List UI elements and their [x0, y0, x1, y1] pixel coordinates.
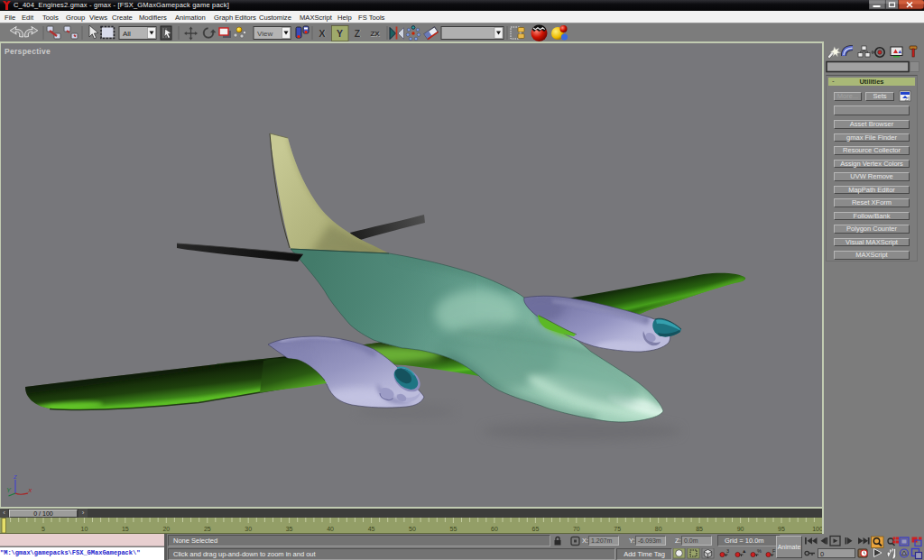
svg-text:70: 70 [573, 526, 580, 532]
svg-text:x: x [28, 486, 32, 494]
svg-text:55: 55 [450, 526, 457, 532]
svg-text:Z: Z [355, 28, 361, 39]
svg-text:25: 25 [204, 526, 211, 532]
svg-text:95: 95 [778, 526, 785, 532]
svg-text:40: 40 [327, 526, 334, 532]
svg-text:35: 35 [286, 526, 293, 532]
svg-text:All: All [123, 30, 131, 38]
svg-text:45: 45 [368, 526, 375, 532]
svg-text:20: 20 [162, 526, 170, 532]
svg-text:View: View [257, 30, 273, 38]
svg-text:90: 90 [737, 526, 744, 532]
svg-text:Y: Y [337, 28, 343, 39]
svg-text:100: 100 [812, 526, 822, 532]
svg-text:10: 10 [81, 526, 88, 532]
svg-text:▲: ▲ [742, 548, 746, 554]
svg-text:80: 80 [655, 526, 662, 532]
svg-text:3: 3 [726, 548, 729, 554]
svg-text:65: 65 [532, 526, 540, 532]
svg-text:z: z [13, 473, 17, 481]
svg-text:85: 85 [696, 526, 703, 532]
svg-text:Y: Y [6, 486, 12, 494]
svg-text:%: % [757, 548, 762, 554]
svg-text:60: 60 [491, 526, 498, 532]
svg-text:ZX: ZX [370, 30, 380, 38]
svg-text:5: 5 [42, 526, 45, 532]
svg-text:X: X [319, 28, 325, 39]
svg-text:15: 15 [122, 526, 129, 532]
svg-text:75: 75 [614, 526, 621, 532]
svg-text:30: 30 [245, 526, 252, 532]
svg-text:50: 50 [409, 526, 416, 532]
svg-text:0: 0 [820, 550, 824, 558]
